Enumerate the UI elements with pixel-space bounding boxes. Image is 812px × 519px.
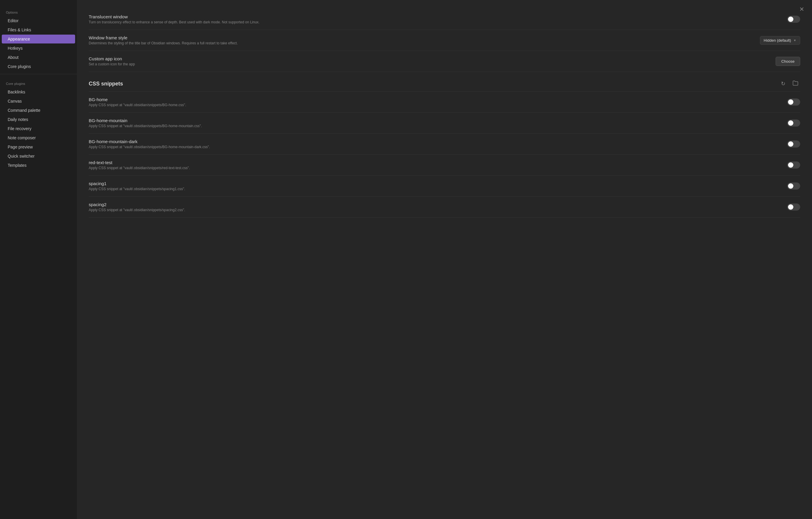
custom-app-icon-title: Custom app icon xyxy=(89,56,770,61)
sidebar-item-backlinks[interactable]: Backlinks xyxy=(2,88,75,96)
snippet-row-bg-home: BG-homeApply CSS snippet at "vault/.obsi… xyxy=(89,92,800,113)
snippet-toggle-spacing1[interactable] xyxy=(787,182,800,190)
toggle-thumb xyxy=(788,141,793,147)
sidebar-item-daily-notes[interactable]: Daily notes xyxy=(2,115,75,124)
snippet-title-bg-home-mountain: BG-home-mountain xyxy=(89,118,781,123)
window-frame-style-dropdown[interactable]: Hidden (default) ▼ xyxy=(760,36,800,45)
translucent-window-title: Translucent window xyxy=(89,14,781,19)
translucent-window-info: Translucent window Turn on translucency … xyxy=(89,14,787,24)
window-frame-style-row: Window frame style Determines the stylin… xyxy=(89,30,800,51)
sidebar-item-about[interactable]: About xyxy=(2,53,75,62)
folder-icon xyxy=(792,80,799,88)
snippet-info-spacing1: spacing1Apply CSS snippet at "vault/.obs… xyxy=(89,181,787,191)
toggle-track[interactable] xyxy=(787,162,800,169)
sidebar-item-appearance[interactable]: Appearance xyxy=(2,35,75,44)
snippet-title-red-text-test: red-text-test xyxy=(89,160,781,165)
chevron-down-icon: ▼ xyxy=(793,39,796,42)
toggle-track[interactable] xyxy=(787,141,800,148)
snippet-row-spacing1: spacing1Apply CSS snippet at "vault/.obs… xyxy=(89,176,800,197)
css-snippets-title: CSS snippets xyxy=(89,81,123,87)
content-area: Translucent window Turn on translucency … xyxy=(89,0,800,218)
snippets-container: BG-homeApply CSS snippet at "vault/.obsi… xyxy=(89,92,800,218)
sidebar-item-file-recovery[interactable]: File recovery xyxy=(2,124,75,133)
sidebar: Options Editor Files & Links Appearance … xyxy=(0,0,77,519)
core-plugins-section-label: Core plugins xyxy=(0,77,77,87)
sidebar-item-note-composer[interactable]: Note composer xyxy=(2,133,75,142)
custom-app-icon-row: Custom app icon Set a custom icon for th… xyxy=(89,51,800,72)
toggle-track[interactable] xyxy=(787,203,800,210)
snippet-desc-bg-home-mountain: Apply CSS snippet at "vault/.obsidian/sn… xyxy=(89,124,781,128)
snippet-row-bg-home-mountain-dark: BG-home-mountain-darkApply CSS snippet a… xyxy=(89,134,800,155)
snippet-toggle-red-text-test[interactable] xyxy=(787,162,800,169)
toggle-thumb xyxy=(788,17,793,22)
sidebar-item-quick-switcher[interactable]: Quick switcher xyxy=(2,152,75,161)
custom-app-icon-desc: Set a custom icon for the app xyxy=(89,62,770,66)
sidebar-item-page-preview[interactable]: Page preview xyxy=(2,143,75,151)
snippet-toggle-spacing2[interactable] xyxy=(787,203,800,210)
snippet-info-bg-home-mountain-dark: BG-home-mountain-darkApply CSS snippet a… xyxy=(89,139,787,149)
snippet-row-bg-home-mountain: BG-home-mountainApply CSS snippet at "va… xyxy=(89,113,800,134)
sidebar-item-command-palette[interactable]: Command palette xyxy=(2,106,75,115)
sidebar-item-hotkeys[interactable]: Hotkeys xyxy=(2,44,75,53)
toggle-thumb xyxy=(788,204,793,210)
toggle-track[interactable] xyxy=(787,16,800,23)
snippet-desc-bg-home: Apply CSS snippet at "vault/.obsidian/sn… xyxy=(89,103,781,107)
refresh-snippets-button[interactable]: ↻ xyxy=(778,79,788,88)
open-snippets-folder-button[interactable] xyxy=(791,79,800,88)
css-snippets-header: CSS snippets ↻ xyxy=(89,72,800,92)
snippet-desc-red-text-test: Apply CSS snippet at "vault/.obsidian/sn… xyxy=(89,166,781,170)
main-content: ✕ Translucent window Turn on translucenc… xyxy=(77,0,812,519)
toggle-track[interactable] xyxy=(787,182,800,190)
snippet-title-bg-home-mountain-dark: BG-home-mountain-dark xyxy=(89,139,781,144)
toggle-thumb xyxy=(788,162,793,168)
sidebar-divider xyxy=(0,74,77,74)
sidebar-item-editor[interactable]: Editor xyxy=(2,16,75,25)
toggle-track[interactable] xyxy=(787,98,800,106)
refresh-icon: ↻ xyxy=(781,81,785,87)
snippet-title-spacing1: spacing1 xyxy=(89,181,781,186)
snippet-toggle-bg-home-mountain-dark[interactable] xyxy=(787,141,800,148)
sidebar-item-templates[interactable]: Templates xyxy=(2,161,75,170)
toggle-thumb xyxy=(788,183,793,189)
options-section-label: Options xyxy=(0,6,77,16)
snippet-toggle-bg-home[interactable] xyxy=(787,98,800,106)
custom-app-icon-info: Custom app icon Set a custom icon for th… xyxy=(89,56,776,66)
snippet-row-spacing2: spacing2Apply CSS snippet at "vault/.obs… xyxy=(89,197,800,218)
snippet-info-bg-home: BG-homeApply CSS snippet at "vault/.obsi… xyxy=(89,97,787,107)
close-button[interactable]: ✕ xyxy=(797,5,806,13)
translucent-window-toggle[interactable] xyxy=(787,16,800,23)
sidebar-item-core-plugins[interactable]: Core plugins xyxy=(2,62,75,71)
snippet-title-spacing2: spacing2 xyxy=(89,202,781,207)
window-frame-style-info: Window frame style Determines the stylin… xyxy=(89,35,760,45)
translucent-window-desc: Turn on translucency effect to enhance a… xyxy=(89,20,781,24)
toggle-thumb xyxy=(788,99,793,105)
toggle-track[interactable] xyxy=(787,119,800,126)
snippet-row-red-text-test: red-text-testApply CSS snippet at "vault… xyxy=(89,155,800,176)
toggle-thumb xyxy=(788,120,793,126)
window-frame-style-title: Window frame style xyxy=(89,35,754,40)
snippet-desc-spacing2: Apply CSS snippet at "vault/.obsidian/sn… xyxy=(89,208,781,212)
snippet-info-spacing2: spacing2Apply CSS snippet at "vault/.obs… xyxy=(89,202,787,212)
snippet-title-bg-home: BG-home xyxy=(89,97,781,102)
translucent-window-row: Translucent window Turn on translucency … xyxy=(89,9,800,30)
window-frame-style-desc: Determines the styling of the title bar … xyxy=(89,41,754,45)
sidebar-item-files-links[interactable]: Files & Links xyxy=(2,25,75,34)
snippet-desc-spacing1: Apply CSS snippet at "vault/.obsidian/sn… xyxy=(89,187,781,191)
choose-button[interactable]: Choose xyxy=(776,57,800,66)
snippet-desc-bg-home-mountain-dark: Apply CSS snippet at "vault/.obsidian/sn… xyxy=(89,145,781,149)
snippet-toggle-bg-home-mountain[interactable] xyxy=(787,119,800,126)
sidebar-item-canvas[interactable]: Canvas xyxy=(2,97,75,106)
snippet-info-red-text-test: red-text-testApply CSS snippet at "vault… xyxy=(89,160,787,170)
css-snippets-actions: ↻ xyxy=(778,79,800,88)
snippet-info-bg-home-mountain: BG-home-mountainApply CSS snippet at "va… xyxy=(89,118,787,128)
